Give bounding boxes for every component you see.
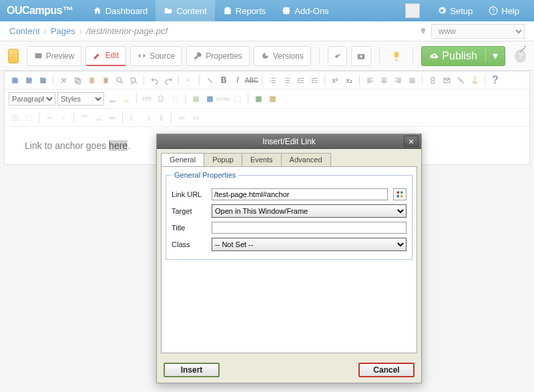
revert-icon[interactable] [37, 74, 49, 86]
svg-rect-34 [196, 116, 199, 119]
dialog-tab-general[interactable]: General [161, 153, 204, 166]
col-after-icon[interactable] [141, 112, 153, 124]
replace-icon[interactable] [127, 74, 140, 86]
fontcolor-icon[interactable] [106, 93, 118, 105]
clear-format-icon[interactable] [204, 74, 216, 86]
codeblock-icon[interactable] [232, 93, 244, 105]
align-left-icon[interactable] [364, 74, 376, 86]
wand-button[interactable] [518, 44, 530, 56]
col-delete-icon[interactable] [155, 112, 167, 124]
tab-properties[interactable]: Properties [186, 46, 250, 66]
bgcolor-icon[interactable] [120, 93, 132, 105]
tab-versions-label: Versions [273, 51, 304, 61]
undo-icon[interactable] [148, 74, 160, 86]
row-props-icon[interactable] [43, 112, 55, 124]
nav-reports[interactable]: Reports [215, 0, 274, 21]
format-select[interactable]: Paragraph [9, 92, 55, 106]
select-target[interactable]: Open in This Window/Frame [212, 204, 407, 218]
nav-setup[interactable]: Setup [429, 0, 481, 21]
camera-button[interactable] [351, 46, 371, 66]
row-after-icon[interactable] [92, 112, 104, 124]
check-button[interactable] [328, 46, 348, 66]
merge-cells-icon[interactable] [176, 112, 188, 124]
row-delete-icon[interactable] [106, 112, 118, 124]
tab-preview[interactable]: Preview [27, 46, 82, 66]
dialog-close-button[interactable] [404, 136, 419, 147]
checked-out-indicator[interactable] [388, 46, 405, 66]
unlink-icon[interactable] [455, 74, 467, 86]
paste-text-icon[interactable]: T [99, 74, 111, 86]
cancel-button[interactable]: Cancel [358, 363, 415, 377]
outdent-icon[interactable] [294, 74, 306, 86]
ol-icon[interactable] [280, 74, 292, 86]
dialog-titlebar[interactable]: Insert/Edit Link [157, 134, 421, 149]
find-icon[interactable] [113, 74, 125, 86]
nav-help-label: Help [501, 6, 519, 16]
align-right-icon[interactable] [392, 74, 404, 86]
bold-icon[interactable]: B [218, 74, 230, 86]
browse-button[interactable] [393, 188, 407, 200]
table-insert-icon[interactable] [9, 112, 21, 124]
save-as-icon[interactable] [23, 74, 35, 86]
crumb-content[interactable]: Content [9, 26, 40, 36]
svg-text:✓: ✓ [186, 77, 190, 81]
help-icon-toolbar[interactable]: ? [489, 74, 501, 86]
svg-rect-21 [270, 96, 276, 102]
italic-icon[interactable]: I [232, 74, 244, 86]
split-cells-icon[interactable] [190, 112, 202, 124]
tab-edit[interactable]: Edit [85, 46, 126, 66]
html-icon[interactable]: HTML [218, 93, 230, 105]
crumb-pages[interactable]: Pages [51, 26, 75, 36]
anchor-icon[interactable] [469, 74, 481, 86]
row-before-icon[interactable] [78, 112, 90, 124]
ul-icon[interactable] [266, 74, 278, 86]
input-url[interactable] [212, 188, 388, 200]
nav-content[interactable]: Content [156, 0, 215, 21]
image-icon[interactable] [190, 93, 202, 105]
cell-props-icon[interactable] [57, 112, 69, 124]
site-select[interactable]: www [431, 24, 525, 39]
redo-icon[interactable] [162, 74, 174, 86]
dialog-tab-events[interactable]: Events [242, 153, 282, 166]
tab-source[interactable]: Source [130, 46, 182, 66]
cut-icon[interactable] [57, 74, 69, 86]
nav-help[interactable]: ? Help [481, 0, 527, 21]
divider [413, 47, 413, 65]
col-before-icon[interactable] [127, 112, 139, 124]
svg-rect-15 [109, 100, 115, 102]
sup-icon[interactable]: x² [329, 74, 341, 86]
input-title[interactable] [212, 222, 407, 234]
avatar[interactable] [405, 3, 420, 18]
strike-icon[interactable]: ABC [246, 74, 258, 86]
sub-icon[interactable]: x₂ [343, 74, 355, 86]
home-icon [93, 6, 102, 15]
insert-button[interactable]: Insert [164, 363, 220, 377]
cleanup-icon[interactable] [169, 93, 181, 105]
hr-icon[interactable]: HR [141, 93, 153, 105]
nav-dashboard[interactable]: Dashboard [85, 0, 156, 21]
copy-icon[interactable] [71, 74, 83, 86]
dialog-tab-advanced[interactable]: Advanced [281, 153, 331, 166]
asset-icon[interactable] [266, 93, 278, 105]
paste-icon[interactable] [85, 74, 97, 86]
wand-icon [518, 44, 527, 53]
publish-caret[interactable]: ▾ [485, 49, 505, 62]
snippet-icon[interactable] [252, 93, 264, 105]
indent-icon[interactable] [308, 74, 320, 86]
save-icon[interactable] [9, 74, 21, 86]
media-icon[interactable] [204, 93, 216, 105]
publish-button[interactable]: Publish ▾ [421, 46, 505, 66]
align-center-icon[interactable] [378, 74, 390, 86]
tab-versions[interactable]: Versions [254, 46, 311, 66]
site-selector: www [419, 24, 525, 39]
align-justify-icon[interactable] [406, 74, 418, 86]
dialog-tab-popup[interactable]: Popup [204, 153, 242, 166]
link-icon[interactable] [427, 74, 439, 86]
nav-addons[interactable]: Add-Ons [274, 0, 336, 21]
select-class[interactable]: -- Not Set -- [212, 238, 407, 251]
styles-select[interactable]: Styles [57, 92, 104, 106]
table-delete-icon[interactable] [23, 112, 35, 124]
mailto-icon[interactable] [441, 74, 453, 86]
spellcheck-icon[interactable]: ✓ [183, 74, 195, 86]
charmap-icon[interactable]: Ω [155, 93, 167, 105]
